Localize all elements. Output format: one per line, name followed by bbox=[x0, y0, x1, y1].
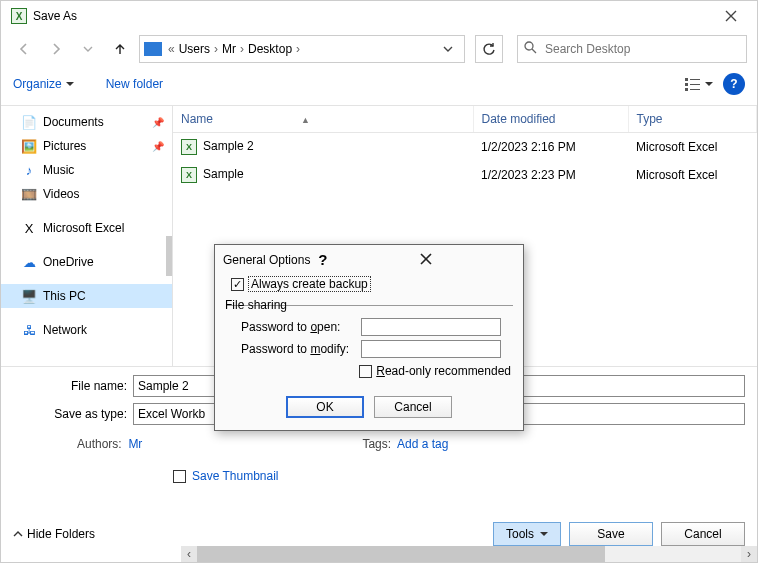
pc-icon: 🖥️ bbox=[21, 288, 37, 304]
view-options-button[interactable] bbox=[685, 77, 713, 91]
file-type: Microsoft Excel bbox=[628, 161, 757, 189]
excel-file-icon: X bbox=[181, 139, 197, 155]
sidebar: 📄 Documents 📌 🖼️ Pictures 📌 ♪ Music 🎞️ V… bbox=[1, 106, 173, 366]
view-icon bbox=[685, 77, 703, 91]
window-title: Save As bbox=[33, 9, 715, 23]
close-icon bbox=[420, 253, 432, 265]
sidebar-item-network[interactable]: 🖧 Network bbox=[1, 318, 172, 342]
password-modify-label: Password to modify: bbox=[241, 342, 361, 356]
password-open-input[interactable] bbox=[361, 318, 501, 336]
svg-rect-4 bbox=[690, 84, 700, 85]
new-folder-button[interactable]: New folder bbox=[106, 77, 163, 91]
address-dropdown-button[interactable] bbox=[436, 44, 460, 54]
svg-rect-5 bbox=[685, 88, 688, 91]
cancel-button[interactable]: Cancel bbox=[661, 522, 745, 546]
column-header-name[interactable]: Name▲ bbox=[173, 106, 473, 133]
music-icon: ♪ bbox=[21, 162, 37, 178]
chevron-down-icon bbox=[66, 80, 74, 88]
svg-rect-3 bbox=[685, 83, 688, 86]
tools-button[interactable]: Tools bbox=[493, 522, 561, 546]
nav-bar: « Users › Mr › Desktop › bbox=[1, 31, 757, 67]
search-box[interactable] bbox=[517, 35, 747, 63]
column-header-type[interactable]: Type bbox=[628, 106, 757, 133]
svg-rect-1 bbox=[685, 78, 688, 81]
tags-label: Tags: bbox=[362, 437, 391, 451]
filename-label: File name: bbox=[13, 379, 133, 393]
up-button[interactable] bbox=[107, 36, 133, 62]
breadcrumb[interactable]: Desktop bbox=[244, 42, 296, 56]
sort-indicator-icon: ▲ bbox=[301, 115, 310, 125]
sidebar-item-label: Network bbox=[43, 323, 87, 337]
dialog-title-bar: General Options ? bbox=[215, 245, 523, 272]
sidebar-item-videos[interactable]: 🎞️ Videos bbox=[1, 182, 172, 206]
sidebar-item-music[interactable]: ♪ Music bbox=[1, 158, 172, 182]
save-thumbnail-checkbox[interactable] bbox=[173, 470, 186, 483]
password-open-label: Password to open: bbox=[241, 320, 361, 334]
svg-point-0 bbox=[525, 42, 533, 50]
footer: Hide Folders Tools Save Cancel bbox=[1, 512, 757, 562]
read-only-checkbox[interactable] bbox=[359, 365, 372, 378]
file-row[interactable]: XSample 1/2/2023 2:23 PM Microsoft Excel bbox=[173, 161, 757, 189]
save-thumbnail-label[interactable]: Save Thumbnail bbox=[192, 469, 279, 483]
pin-icon: 📌 bbox=[152, 141, 164, 152]
sidebar-item-label: Documents bbox=[43, 115, 104, 129]
organize-label: Organize bbox=[13, 77, 62, 91]
sidebar-item-pictures[interactable]: 🖼️ Pictures 📌 bbox=[1, 134, 172, 158]
file-name: Sample bbox=[203, 167, 244, 181]
save-as-type-label: Save as type: bbox=[13, 407, 133, 421]
sidebar-resize-handle[interactable] bbox=[166, 236, 172, 276]
chevron-down-icon bbox=[705, 80, 713, 88]
sidebar-item-microsoft-excel[interactable]: X Microsoft Excel bbox=[1, 216, 172, 240]
file-date: 1/2/2023 2:23 PM bbox=[473, 161, 628, 189]
toolbar: Organize New folder ? bbox=[1, 67, 757, 106]
drive-icon bbox=[144, 42, 162, 56]
sidebar-item-this-pc[interactable]: 🖥️ This PC bbox=[1, 284, 172, 308]
column-header-date[interactable]: Date modified bbox=[473, 106, 628, 133]
tags-value[interactable]: Add a tag bbox=[397, 437, 448, 451]
network-icon: 🖧 bbox=[21, 322, 37, 338]
always-create-backup-checkbox[interactable]: ✓ bbox=[231, 278, 244, 291]
chevron-right-icon: › bbox=[296, 42, 300, 56]
tools-label: Tools bbox=[506, 527, 534, 541]
file-row[interactable]: XSample 2 1/2/2023 2:16 PM Microsoft Exc… bbox=[173, 133, 757, 162]
pictures-icon: 🖼️ bbox=[21, 138, 37, 154]
excel-icon: X bbox=[11, 8, 27, 24]
sidebar-item-documents[interactable]: 📄 Documents 📌 bbox=[1, 110, 172, 134]
search-icon bbox=[524, 41, 537, 57]
sidebar-item-label: Microsoft Excel bbox=[43, 221, 124, 235]
sidebar-item-label: This PC bbox=[43, 289, 86, 303]
sidebar-item-label: OneDrive bbox=[43, 255, 94, 269]
svg-rect-2 bbox=[690, 79, 700, 80]
help-button[interactable]: ? bbox=[723, 73, 745, 95]
breadcrumb[interactable]: Users bbox=[175, 42, 214, 56]
hide-folders-button[interactable]: Hide Folders bbox=[13, 527, 95, 541]
sidebar-item-onedrive[interactable]: ☁ OneDrive bbox=[1, 250, 172, 274]
excel-file-icon: X bbox=[181, 167, 197, 183]
address-bar[interactable]: « Users › Mr › Desktop › bbox=[139, 35, 465, 63]
file-date: 1/2/2023 2:16 PM bbox=[473, 133, 628, 162]
forward-button bbox=[43, 36, 69, 62]
dialog-cancel-button[interactable]: Cancel bbox=[374, 396, 452, 418]
dialog-title: General Options bbox=[223, 253, 318, 267]
refresh-button[interactable] bbox=[475, 35, 503, 63]
password-modify-input[interactable] bbox=[361, 340, 501, 358]
close-button[interactable] bbox=[715, 1, 747, 31]
breadcrumb[interactable]: Mr bbox=[218, 42, 240, 56]
chevron-up-icon bbox=[13, 529, 23, 539]
recent-locations-button[interactable] bbox=[75, 36, 101, 62]
dialog-close-button[interactable] bbox=[420, 252, 515, 268]
sidebar-item-label: Videos bbox=[43, 187, 79, 201]
dialog-help-button[interactable]: ? bbox=[318, 251, 413, 268]
cloud-icon: ☁ bbox=[21, 254, 37, 270]
path-prefix: « bbox=[168, 42, 175, 56]
always-create-backup-label[interactable]: Always create backup bbox=[248, 276, 371, 292]
pin-icon: 📌 bbox=[152, 117, 164, 128]
sidebar-item-label: Pictures bbox=[43, 139, 86, 153]
read-only-label[interactable]: Read-only recommended bbox=[376, 364, 511, 378]
save-button[interactable]: Save bbox=[569, 522, 653, 546]
back-button bbox=[11, 36, 37, 62]
search-input[interactable] bbox=[545, 42, 740, 56]
dialog-ok-button[interactable]: OK bbox=[286, 396, 364, 418]
authors-value[interactable]: Mr bbox=[128, 437, 142, 451]
organize-button[interactable]: Organize bbox=[13, 77, 74, 91]
